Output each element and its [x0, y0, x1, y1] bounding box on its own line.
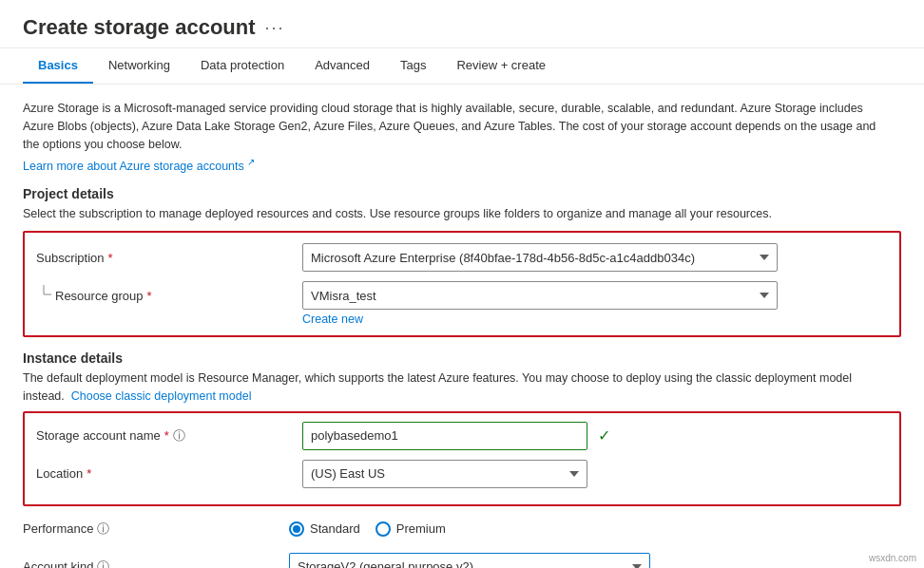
project-description: Select the subscription to manage deploy…	[23, 205, 878, 223]
resource-group-select[interactable]: VMisra_test	[302, 281, 778, 310]
san-input-wrap: ✓	[302, 422, 587, 450]
page-title-dots: ···	[265, 18, 285, 38]
classic-deployment-link[interactable]: Choose classic deployment model	[71, 389, 252, 403]
location-control: (US) East US	[302, 460, 587, 488]
account-kind-info-icon[interactable]: ⓘ	[97, 559, 109, 568]
tab-advanced[interactable]: Advanced	[299, 48, 385, 84]
radio-premium[interactable]: Premium	[375, 521, 446, 537]
radio-premium-circle	[375, 521, 391, 537]
subscription-select[interactable]: Microsoft Azure Enterprise (8f40bfae-178…	[302, 243, 778, 272]
location-required: *	[87, 466, 91, 481]
tab-basics[interactable]: Basics	[23, 48, 93, 84]
radio-standard[interactable]: Standard	[289, 521, 360, 537]
performance-label: Performance ⓘ	[23, 521, 289, 538]
performance-info-icon[interactable]: ⓘ	[97, 521, 109, 538]
learn-more-link[interactable]: Learn more about Azure storage accounts …	[23, 160, 255, 173]
main-content: Azure Storage is a Microsoft-managed ser…	[0, 85, 924, 568]
tabs-bar: Basics Networking Data protection Advanc…	[0, 48, 924, 85]
instance-description: The default deployment model is Resource…	[23, 369, 878, 406]
tab-review-create[interactable]: Review + create	[441, 48, 561, 84]
storage-account-name-input[interactable]	[302, 422, 587, 450]
external-link-icon: ↗	[247, 157, 255, 167]
instance-details-box: Storage account name * ⓘ ✓ Location *	[23, 411, 901, 506]
rg-required: *	[147, 289, 152, 303]
account-kind-row: Account kind ⓘ StorageV2 (general purpos…	[23, 552, 901, 568]
san-check-icon: ✓	[598, 426, 610, 445]
page-header: Create storage account ···	[0, 0, 924, 48]
resource-group-control: VMisra_test	[302, 281, 778, 310]
watermark: wsxdn.com	[865, 552, 920, 564]
resource-group-label: Resource group *	[55, 289, 302, 303]
radio-premium-label: Premium	[396, 521, 446, 536]
subscription-control: Microsoft Azure Enterprise (8f40bfae-178…	[302, 243, 778, 272]
radio-standard-label: Standard	[310, 521, 360, 536]
san-control: ✓	[302, 422, 587, 450]
tab-networking[interactable]: Networking	[93, 48, 185, 84]
subscription-label: Subscription *	[36, 251, 302, 265]
san-required: *	[164, 428, 169, 443]
location-label: Location *	[36, 466, 302, 481]
account-kind-control: StorageV2 (general purpose v2)	[289, 553, 650, 568]
create-new-link[interactable]: Create new	[302, 312, 363, 326]
account-kind-select[interactable]: StorageV2 (general purpose v2)	[289, 553, 650, 568]
resource-group-row: Resource group * VMisra_test	[36, 280, 888, 311]
rg-indent	[36, 285, 55, 307]
location-row: Location * (US) East US	[36, 459, 888, 489]
tab-tags[interactable]: Tags	[385, 48, 441, 84]
tab-data-protection[interactable]: Data protection	[185, 48, 299, 84]
subscription-required: *	[108, 251, 113, 265]
storage-account-name-row: Storage account name * ⓘ ✓	[36, 421, 888, 451]
intro-description: Azure Storage is a Microsoft-managed ser…	[23, 100, 878, 153]
page-container: Create storage account ··· Basics Networ…	[0, 0, 924, 568]
radio-standard-circle	[289, 521, 304, 537]
subscription-row: Subscription * Microsoft Azure Enterpris…	[36, 242, 888, 273]
section-title-instance: Instance details	[23, 350, 901, 366]
account-kind-label: Account kind ⓘ	[23, 559, 289, 568]
location-select[interactable]: (US) East US	[302, 460, 587, 488]
storage-account-name-label: Storage account name * ⓘ	[36, 427, 302, 445]
performance-row: Performance ⓘ Standard Premium	[23, 514, 901, 544]
page-title: Create storage account	[23, 15, 256, 40]
performance-radio-group: Standard Premium	[289, 521, 446, 537]
rg-tree-icon	[36, 285, 51, 304]
section-title-project: Project details	[23, 186, 901, 201]
project-details-box: Subscription * Microsoft Azure Enterpris…	[23, 231, 901, 337]
san-info-icon[interactable]: ⓘ	[173, 427, 185, 445]
